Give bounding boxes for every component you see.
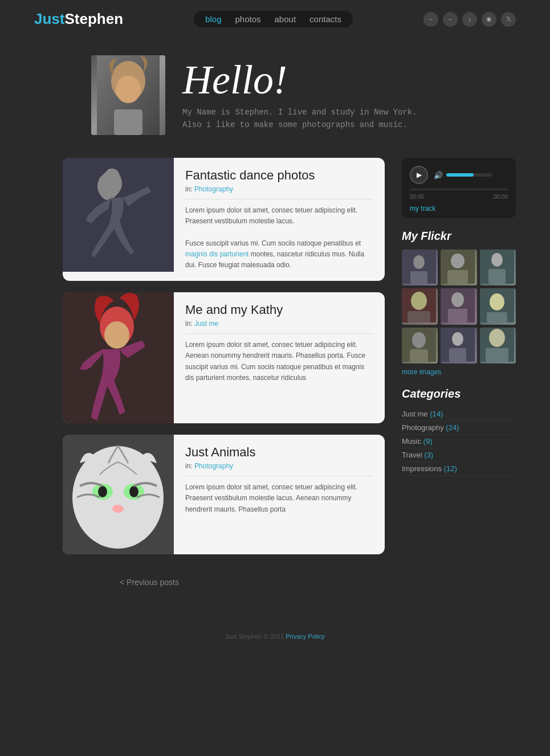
- flickr-thumb-2[interactable]: [441, 250, 476, 285]
- pagination: < Previous posts: [0, 566, 550, 599]
- flickr-thumb-8[interactable]: [441, 328, 476, 363]
- main-nav: blog photos about contacts: [194, 11, 353, 27]
- svg-point-25: [411, 292, 427, 310]
- category-link-3[interactable]: Music (9): [402, 437, 432, 446]
- svg-rect-3: [114, 109, 142, 135]
- social-icon-3[interactable]: ♪: [462, 12, 477, 27]
- svg-point-28: [451, 292, 464, 307]
- flickr-thumb-7[interactable]: [402, 328, 438, 363]
- post-divider-1: [185, 199, 373, 199]
- flickr-thumb-3[interactable]: [480, 250, 516, 285]
- more-images-link[interactable]: more images: [402, 368, 516, 376]
- post-category-3: in: Photography: [185, 462, 373, 470]
- post-category-2: in: Just me: [185, 320, 373, 328]
- flickr-thumb-9[interactable]: [480, 328, 516, 363]
- svg-rect-26: [408, 311, 430, 322]
- svg-rect-29: [448, 309, 467, 322]
- post-category-link-1[interactable]: Photography: [194, 185, 233, 193]
- hero-text: Hello! My Name is Stephen. I live and st…: [182, 59, 516, 132]
- hero-title: Hello!: [182, 59, 516, 100]
- flickr-thumb-6[interactable]: [480, 288, 516, 324]
- svg-point-14: [112, 505, 124, 513]
- hero-person-svg: [97, 55, 160, 135]
- svg-point-12: [98, 486, 107, 497]
- post-link-1[interactable]: magnis dis parturient: [185, 250, 248, 258]
- category-link-1[interactable]: Just me (14): [402, 410, 443, 418]
- player-track-name: my track: [410, 205, 508, 213]
- categories-list: Just me (14) Photography (24) Music (9): [402, 407, 516, 476]
- hero-photo: [91, 55, 165, 135]
- category-link-5[interactable]: Impressions (12): [402, 464, 457, 473]
- post-text-3: Lorem ipsum dolor sit amet, consec tetue…: [185, 482, 373, 515]
- volume-icon: 🔊: [434, 171, 443, 179]
- nav-blog[interactable]: blog: [205, 14, 221, 24]
- social-icon-1[interactable]: −: [423, 12, 438, 27]
- site-logo[interactable]: JustStephen: [34, 10, 123, 28]
- svg-rect-23: [488, 269, 506, 284]
- music-player: ▶ 🔊 00:00 00:00 my track: [402, 158, 516, 218]
- category-item-4: Travel (3): [402, 448, 516, 462]
- post-category-link-2[interactable]: Just me: [194, 320, 218, 328]
- flickr-grid: [402, 250, 516, 363]
- post-image-2: [63, 292, 174, 423]
- category-link-2[interactable]: Photography (24): [402, 423, 459, 432]
- social-icons: − − ♪ ◉ 𝕏: [423, 12, 516, 27]
- post-title-3[interactable]: Just Animals: [185, 445, 373, 460]
- svg-rect-32: [487, 312, 507, 322]
- svg-point-40: [489, 329, 505, 347]
- post-title-2[interactable]: Me and my Kathy: [185, 303, 373, 317]
- social-icon-twitter[interactable]: 𝕏: [501, 12, 516, 27]
- privacy-policy-link[interactable]: Privacy Policy: [286, 633, 324, 640]
- flickr-thumb-1[interactable]: [402, 250, 438, 285]
- prev-posts-link[interactable]: < Previous posts: [120, 578, 179, 587]
- post-card-3: 22 03 👤 32: [63, 435, 385, 554]
- post-text-1: Lorem ipsum dolor sit amet, consec tetue…: [185, 205, 373, 271]
- flickr-thumb-4[interactable]: [402, 288, 438, 324]
- post-image-1: [63, 158, 174, 272]
- flickr-section: My Flickr: [402, 230, 516, 376]
- svg-rect-38: [449, 348, 466, 362]
- time-start: 00:00: [410, 194, 424, 200]
- social-icon-rss[interactable]: ◉: [482, 12, 496, 27]
- header: JustStephen blog photos about contacts −…: [0, 0, 550, 38]
- category-item-2: Photography (24): [402, 421, 516, 435]
- category-item-5: Impressions (12): [402, 462, 516, 476]
- play-button[interactable]: ▶: [410, 166, 428, 184]
- post-content-1: Fantastic dance photos in: Photography L…: [174, 158, 385, 281]
- logo-second: Stephen: [64, 10, 123, 27]
- categories-section: Categories Just me (14) Photography (24): [402, 387, 516, 476]
- nav-photos[interactable]: photos: [235, 14, 260, 24]
- category-item-3: Music (9): [402, 435, 516, 448]
- dance-svg: [63, 158, 174, 272]
- svg-point-19: [451, 254, 465, 268]
- svg-point-16: [413, 255, 425, 269]
- volume-fill: [446, 173, 474, 177]
- svg-rect-41: [486, 348, 508, 362]
- logo-first: Just: [34, 10, 64, 27]
- post-content-3: Just Animals in: Photography Lorem ipsum…: [174, 435, 385, 554]
- post-card-1: 22 03 👤 22 Fantastic dance photos in:: [63, 158, 385, 281]
- category-item-1: Just me (14): [402, 407, 516, 421]
- post-category-link-3[interactable]: Photography: [194, 462, 233, 470]
- svg-rect-17: [410, 271, 427, 284]
- player-progress[interactable]: [410, 189, 508, 190]
- nav-about[interactable]: about: [275, 14, 296, 24]
- svg-point-7: [104, 321, 129, 349]
- social-icon-2[interactable]: −: [443, 12, 458, 27]
- svg-rect-20: [447, 270, 468, 284]
- footer: Just Stephen © 2011 Privacy Policy: [0, 616, 550, 657]
- category-link-4[interactable]: Travel (3): [402, 451, 433, 459]
- nav-contacts[interactable]: contacts: [309, 14, 341, 24]
- hero-description: My Name is Stephen. I live and study in …: [182, 106, 516, 132]
- volume-bar[interactable]: [446, 173, 492, 177]
- player-time: 00:00 00:00: [410, 194, 508, 200]
- flickr-thumb-5[interactable]: [441, 288, 476, 324]
- main-container: 22 03 👤 22 Fantastic dance photos in:: [0, 158, 550, 566]
- svg-point-22: [491, 253, 503, 267]
- post-title-1[interactable]: Fantastic dance photos: [185, 168, 373, 183]
- post-card-2: 22 03 👤 10 Me and my K: [63, 292, 385, 423]
- svg-point-34: [412, 332, 426, 348]
- svg-point-2: [116, 76, 141, 103]
- post-divider-2: [185, 333, 373, 334]
- flickr-title: My Flickr: [402, 230, 516, 243]
